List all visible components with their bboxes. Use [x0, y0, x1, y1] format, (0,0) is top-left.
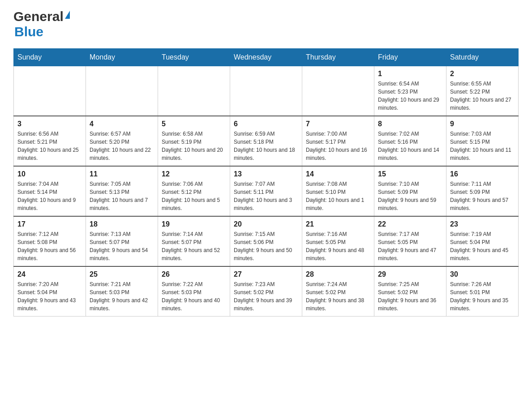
day-info: Sunrise: 7:13 AMSunset: 5:07 PMDaylight:…	[90, 230, 154, 262]
day-number: 17	[17, 220, 82, 228]
calendar-cell: 18Sunrise: 7:13 AMSunset: 5:07 PMDayligh…	[86, 216, 158, 266]
day-number: 29	[378, 270, 442, 278]
day-number: 14	[306, 170, 370, 178]
calendar-cell: 23Sunrise: 7:19 AMSunset: 5:04 PMDayligh…	[446, 216, 519, 266]
calendar-cell: 15Sunrise: 7:10 AMSunset: 5:09 PMDayligh…	[374, 166, 446, 216]
day-info: Sunrise: 7:25 AMSunset: 5:02 PMDaylight:…	[378, 280, 442, 313]
calendar-cell: 28Sunrise: 7:24 AMSunset: 5:02 PMDayligh…	[302, 266, 374, 317]
day-info: Sunrise: 7:14 AMSunset: 5:07 PMDaylight:…	[162, 230, 226, 262]
day-info: Sunrise: 6:56 AMSunset: 5:21 PMDaylight:…	[17, 130, 82, 162]
calendar-table: SundayMondayTuesdayWednesdayThursdayFrid…	[13, 48, 519, 317]
day-number: 10	[17, 170, 82, 178]
day-info: Sunrise: 6:58 AMSunset: 5:19 PMDaylight:…	[162, 130, 226, 162]
day-info: Sunrise: 7:22 AMSunset: 5:03 PMDaylight:…	[162, 280, 226, 313]
day-number: 13	[234, 170, 298, 178]
calendar-cell: 12Sunrise: 7:06 AMSunset: 5:12 PMDayligh…	[158, 166, 230, 216]
day-info: Sunrise: 7:19 AMSunset: 5:04 PMDaylight:…	[450, 230, 515, 262]
weekday-header-monday: Monday	[86, 49, 158, 66]
weekday-header-saturday: Saturday	[446, 49, 519, 66]
calendar-cell: 8Sunrise: 7:02 AMSunset: 5:16 PMDaylight…	[374, 116, 446, 166]
weekday-header-wednesday: Wednesday	[230, 49, 302, 66]
day-number: 5	[162, 120, 226, 128]
day-number: 24	[17, 270, 82, 278]
day-number: 4	[90, 120, 154, 128]
day-number: 27	[234, 270, 298, 278]
calendar-cell: 4Sunrise: 6:57 AMSunset: 5:20 PMDaylight…	[86, 116, 158, 166]
day-number: 8	[378, 120, 442, 128]
calendar-cell: 21Sunrise: 7:16 AMSunset: 5:05 PMDayligh…	[302, 216, 374, 266]
day-number: 7	[306, 120, 370, 128]
day-number: 16	[450, 170, 515, 178]
calendar-cell: 2Sunrise: 6:55 AMSunset: 5:22 PMDaylight…	[446, 66, 519, 116]
logo-blue-text: Blue	[14, 24, 43, 39]
calendar-cell	[86, 66, 158, 116]
day-number: 11	[90, 170, 154, 178]
calendar-cell: 19Sunrise: 7:14 AMSunset: 5:07 PMDayligh…	[158, 216, 230, 266]
calendar-cell: 24Sunrise: 7:20 AMSunset: 5:04 PMDayligh…	[14, 266, 86, 317]
day-number: 30	[450, 270, 515, 278]
day-info: Sunrise: 6:59 AMSunset: 5:18 PMDaylight:…	[234, 130, 298, 162]
day-info: Sunrise: 7:00 AMSunset: 5:17 PMDaylight:…	[306, 130, 370, 162]
calendar-cell: 10Sunrise: 7:04 AMSunset: 5:14 PMDayligh…	[14, 166, 86, 216]
weekday-header-row: SundayMondayTuesdayWednesdayThursdayFrid…	[14, 49, 519, 66]
day-number: 26	[162, 270, 226, 278]
day-info: Sunrise: 7:10 AMSunset: 5:09 PMDaylight:…	[378, 180, 442, 212]
day-info: Sunrise: 7:16 AMSunset: 5:05 PMDaylight:…	[306, 230, 370, 262]
day-info: Sunrise: 7:24 AMSunset: 5:02 PMDaylight:…	[306, 280, 370, 313]
day-number: 21	[306, 220, 370, 228]
day-number: 23	[450, 220, 515, 228]
weekday-header-friday: Friday	[374, 49, 446, 66]
day-info: Sunrise: 6:54 AMSunset: 5:23 PMDaylight:…	[378, 80, 442, 112]
calendar-cell	[230, 66, 302, 116]
day-info: Sunrise: 7:21 AMSunset: 5:03 PMDaylight:…	[90, 280, 154, 313]
day-number: 20	[234, 220, 298, 228]
week-row-4: 17Sunrise: 7:12 AMSunset: 5:08 PMDayligh…	[14, 216, 519, 266]
day-number: 15	[378, 170, 442, 178]
day-number: 19	[162, 220, 226, 228]
day-info: Sunrise: 7:02 AMSunset: 5:16 PMDaylight:…	[378, 130, 442, 162]
calendar-cell: 1Sunrise: 6:54 AMSunset: 5:23 PMDaylight…	[374, 66, 446, 116]
calendar-cell	[302, 66, 374, 116]
calendar-cell: 22Sunrise: 7:17 AMSunset: 5:05 PMDayligh…	[374, 216, 446, 266]
day-info: Sunrise: 7:03 AMSunset: 5:15 PMDaylight:…	[450, 130, 515, 162]
day-number: 28	[306, 270, 370, 278]
week-row-5: 24Sunrise: 7:20 AMSunset: 5:04 PMDayligh…	[14, 266, 519, 317]
calendar-cell: 29Sunrise: 7:25 AMSunset: 5:02 PMDayligh…	[374, 266, 446, 317]
day-info: Sunrise: 7:06 AMSunset: 5:12 PMDaylight:…	[162, 180, 226, 212]
day-number: 22	[378, 220, 442, 228]
day-info: Sunrise: 6:57 AMSunset: 5:20 PMDaylight:…	[90, 130, 154, 162]
day-info: Sunrise: 7:07 AMSunset: 5:11 PMDaylight:…	[234, 180, 298, 212]
calendar-cell: 17Sunrise: 7:12 AMSunset: 5:08 PMDayligh…	[14, 216, 86, 266]
day-number: 2	[450, 70, 515, 78]
day-info: Sunrise: 7:11 AMSunset: 5:09 PMDaylight:…	[450, 180, 515, 212]
calendar-cell: 7Sunrise: 7:00 AMSunset: 5:17 PMDaylight…	[302, 116, 374, 166]
weekday-header-thursday: Thursday	[302, 49, 374, 66]
calendar-cell: 6Sunrise: 6:59 AMSunset: 5:18 PMDaylight…	[230, 116, 302, 166]
calendar-cell	[158, 66, 230, 116]
calendar-cell: 26Sunrise: 7:22 AMSunset: 5:03 PMDayligh…	[158, 266, 230, 317]
week-row-1: 1Sunrise: 6:54 AMSunset: 5:23 PMDaylight…	[14, 66, 519, 116]
day-info: Sunrise: 7:17 AMSunset: 5:05 PMDaylight:…	[378, 230, 442, 262]
week-row-2: 3Sunrise: 6:56 AMSunset: 5:21 PMDaylight…	[14, 116, 519, 166]
calendar-cell: 30Sunrise: 7:26 AMSunset: 5:01 PMDayligh…	[446, 266, 519, 317]
week-row-3: 10Sunrise: 7:04 AMSunset: 5:14 PMDayligh…	[14, 166, 519, 216]
weekday-header-sunday: Sunday	[14, 49, 86, 66]
calendar-cell: 27Sunrise: 7:23 AMSunset: 5:02 PMDayligh…	[230, 266, 302, 317]
calendar-cell: 5Sunrise: 6:58 AMSunset: 5:19 PMDaylight…	[158, 116, 230, 166]
logo: General Blue	[13, 9, 70, 39]
calendar-cell: 14Sunrise: 7:08 AMSunset: 5:10 PMDayligh…	[302, 166, 374, 216]
day-info: Sunrise: 7:20 AMSunset: 5:04 PMDaylight:…	[17, 280, 82, 313]
day-info: Sunrise: 7:05 AMSunset: 5:13 PMDaylight:…	[90, 180, 154, 212]
logo-general-text: General	[13, 9, 64, 24]
calendar-cell: 3Sunrise: 6:56 AMSunset: 5:21 PMDaylight…	[14, 116, 86, 166]
calendar-cell: 11Sunrise: 7:05 AMSunset: 5:13 PMDayligh…	[86, 166, 158, 216]
page-header: General Blue	[13, 9, 519, 39]
calendar-cell: 9Sunrise: 7:03 AMSunset: 5:15 PMDaylight…	[446, 116, 519, 166]
day-info: Sunrise: 7:26 AMSunset: 5:01 PMDaylight:…	[450, 280, 515, 313]
day-info: Sunrise: 7:12 AMSunset: 5:08 PMDaylight:…	[17, 230, 82, 262]
day-info: Sunrise: 7:04 AMSunset: 5:14 PMDaylight:…	[17, 180, 82, 212]
day-info: Sunrise: 6:55 AMSunset: 5:22 PMDaylight:…	[450, 80, 515, 112]
calendar-cell: 16Sunrise: 7:11 AMSunset: 5:09 PMDayligh…	[446, 166, 519, 216]
calendar-cell: 25Sunrise: 7:21 AMSunset: 5:03 PMDayligh…	[86, 266, 158, 317]
day-info: Sunrise: 7:15 AMSunset: 5:06 PMDaylight:…	[234, 230, 298, 262]
